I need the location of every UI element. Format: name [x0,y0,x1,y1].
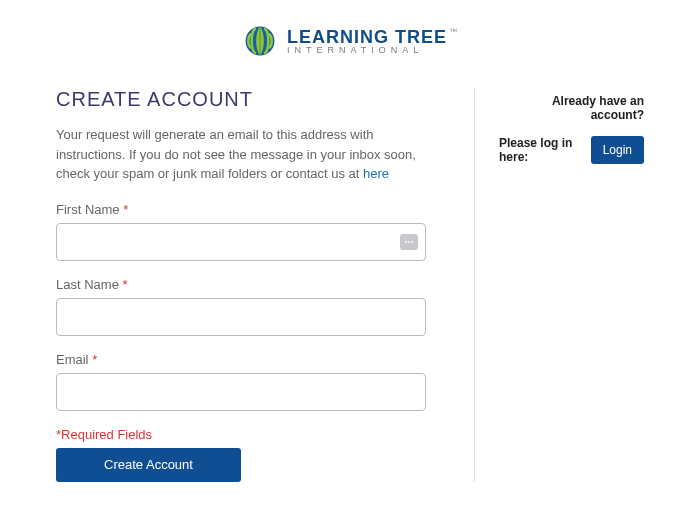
first-name-input[interactable] [56,223,426,261]
required-marker: * [123,277,128,292]
last-name-input[interactable] [56,298,426,336]
required-marker: * [92,352,97,367]
email-label: Email * [56,352,446,367]
email-input[interactable] [56,373,426,411]
instructions-body: Your request will generate an email to t… [56,127,416,181]
contact-link[interactable]: here [363,166,389,181]
brand-title: LEARNING TREE [287,27,447,47]
login-here-label: Please log in here: [499,136,581,164]
instructions-text: Your request will generate an email to t… [56,125,426,184]
already-account-heading: Already have an account? [499,94,644,122]
first-name-label: First Name * [56,202,446,217]
create-account-button[interactable]: Create Account [56,448,241,482]
required-fields-note: *Required Fields [56,427,446,442]
required-marker: * [123,202,128,217]
autofill-icon[interactable] [400,234,418,250]
login-button[interactable]: Login [591,136,644,164]
trademark-symbol: ™ [449,27,457,36]
page-title: CREATE ACCOUNT [56,88,446,111]
brand-subtitle: INTERNATIONAL [287,46,457,55]
brand-logo: LEARNING TREE™ INTERNATIONAL [56,24,644,58]
last-name-label: Last Name * [56,277,446,292]
tree-globe-icon [243,24,277,58]
